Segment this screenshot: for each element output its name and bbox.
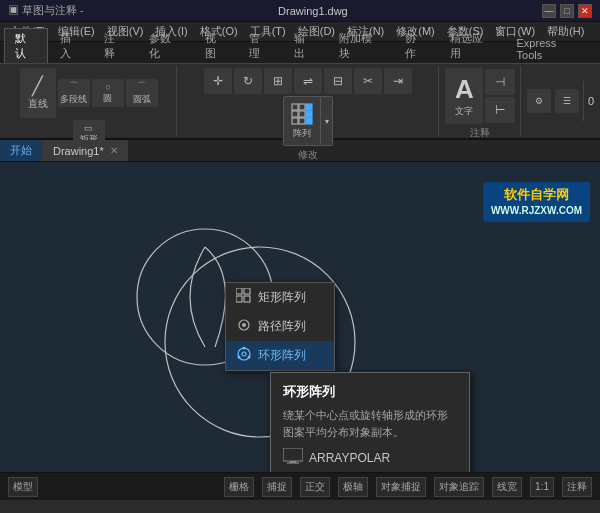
dropdown-item-rect-label: 矩形阵列 bbox=[258, 289, 306, 306]
tab-default[interactable]: 默认 bbox=[4, 28, 48, 63]
rect-icon: ▭ bbox=[84, 123, 93, 133]
start-button[interactable]: 开始 bbox=[0, 140, 43, 161]
btn-trim[interactable]: ✂ bbox=[354, 68, 382, 94]
tab-featured[interactable]: 精选应用 bbox=[439, 28, 504, 63]
svg-point-19 bbox=[242, 352, 246, 356]
dropdown-path-array[interactable]: 路径阵列 bbox=[226, 312, 334, 341]
extend-icon: ⇥ bbox=[393, 74, 403, 88]
mirror-icon: ⇌ bbox=[303, 74, 313, 88]
status-grid[interactable]: 栅格 bbox=[224, 477, 254, 497]
trim-icon: ✂ bbox=[363, 74, 373, 88]
btn-move[interactable]: ✛ bbox=[204, 68, 232, 94]
annotation-icon: ⊢ bbox=[495, 103, 505, 117]
offset-icon: ⊟ bbox=[333, 74, 343, 88]
canvas-area[interactable]: [-][俯视]二维线框 软件自学网 WWW.RJZXW.COM bbox=[0, 162, 600, 472]
dropdown-rectangular-array[interactable]: 矩形阵列 bbox=[226, 283, 334, 312]
btn-text[interactable]: A 文字 bbox=[445, 68, 483, 124]
status-model[interactable]: 模型 bbox=[8, 477, 38, 497]
tab-output[interactable]: 输出 bbox=[283, 28, 327, 63]
svg-rect-8 bbox=[306, 118, 312, 124]
svg-rect-0 bbox=[292, 104, 298, 110]
ribbon-group-modify-content: ✛ ↻ ⊞ ⇌ ⊟ ✂ ⇥ bbox=[183, 68, 434, 146]
ribbon-right-area: ⚙ ☰ 0 bbox=[523, 66, 598, 136]
array-button[interactable]: 阵列 bbox=[283, 96, 321, 146]
btn-arc[interactable]: ⌒ 圆弧 bbox=[126, 79, 158, 107]
ribbon-group-annotate-content: A 文字 ⊣ ⊢ bbox=[445, 68, 515, 124]
title-bar: ▣ 草图与注释 - Drawing1.dwg — □ ✕ bbox=[0, 0, 600, 22]
dimension-icon: ⊣ bbox=[495, 75, 505, 89]
rect-array-icon-svg bbox=[236, 288, 252, 304]
btn-arc-label: 圆弧 bbox=[133, 93, 151, 106]
btn-circle-label: 圆 bbox=[103, 92, 112, 105]
btn-line[interactable]: ╱ 直线 bbox=[20, 68, 56, 118]
ribbon-group-modify: ✛ ↻ ⊞ ⇌ ⊟ ✂ ⇥ bbox=[179, 66, 439, 136]
btn-scale[interactable]: ⊞ bbox=[264, 68, 292, 94]
ribbon-group-draw: ╱ 直线 ⌒ 多段线 ○ 圆 ⌒ 圆弧 ▭ 矩形 绘图 bbox=[2, 66, 177, 136]
watermark-line1: 软件自学网 bbox=[491, 186, 582, 204]
doc-tab-close[interactable]: ✕ bbox=[110, 145, 118, 156]
tab-manage[interactable]: 管理 bbox=[238, 28, 282, 63]
dropdown-polar-array[interactable]: 环形阵列 bbox=[226, 341, 334, 370]
status-snap[interactable]: 捕捉 bbox=[262, 477, 292, 497]
btn-line-label: 直线 bbox=[28, 97, 48, 111]
status-scale[interactable]: 1:1 bbox=[530, 477, 554, 497]
svg-point-21 bbox=[248, 356, 251, 359]
status-annotate[interactable]: 注释 bbox=[562, 477, 592, 497]
dropdown-item-path-label: 路径阵列 bbox=[258, 318, 306, 335]
ribbon-group-draw-content: ╱ 直线 ⌒ 多段线 ○ 圆 ⌒ 圆弧 ▭ 矩形 bbox=[6, 68, 172, 148]
rotate-icon: ↻ bbox=[243, 74, 253, 88]
array-dropdown-menu: 矩形阵列 路径阵列 环形阵列 bbox=[225, 282, 335, 371]
tooltip-command-icon bbox=[283, 448, 303, 468]
btn-polyline[interactable]: ⌒ 多段线 bbox=[58, 79, 90, 107]
btn-circle[interactable]: ○ 圆 bbox=[92, 79, 124, 107]
tab-params[interactable]: 参数化 bbox=[138, 28, 193, 63]
svg-rect-5 bbox=[306, 111, 312, 117]
btn-rotate[interactable]: ↻ bbox=[234, 68, 262, 94]
tab-addons[interactable]: 附加模块 bbox=[328, 28, 393, 63]
btn-extend[interactable]: ⇥ bbox=[384, 68, 412, 94]
close-button[interactable]: ✕ bbox=[578, 4, 592, 18]
svg-rect-3 bbox=[292, 111, 298, 117]
circle-icon: ○ bbox=[105, 82, 110, 92]
title-bar-controls: — □ ✕ bbox=[542, 4, 592, 18]
path-array-icon-svg bbox=[236, 317, 252, 333]
btn-annotation[interactable]: ⊢ bbox=[485, 97, 515, 123]
tooltip-command-text: ARRAYPOLAR bbox=[309, 451, 390, 465]
arc-icon: ⌒ bbox=[137, 80, 146, 93]
tab-insert[interactable]: 插入 bbox=[49, 28, 93, 63]
maximize-button[interactable]: □ bbox=[560, 4, 574, 18]
title-bar-app: ▣ 草图与注释 - bbox=[8, 3, 84, 18]
array-dropdown-arrow[interactable]: ▾ bbox=[321, 96, 333, 146]
status-polar[interactable]: 极轴 bbox=[338, 477, 368, 497]
btn-polyline-label: 多段线 bbox=[60, 93, 87, 106]
status-osnap[interactable]: 对象捕捉 bbox=[376, 477, 426, 497]
status-ortho[interactable]: 正交 bbox=[300, 477, 330, 497]
status-otrack[interactable]: 对象追踪 bbox=[434, 477, 484, 497]
btn-offset[interactable]: ⊟ bbox=[324, 68, 352, 94]
svg-point-20 bbox=[243, 347, 246, 350]
svg-point-17 bbox=[242, 323, 246, 327]
svg-rect-1 bbox=[299, 104, 305, 110]
btn-layers[interactable]: ☰ bbox=[555, 89, 579, 113]
minimize-button[interactable]: — bbox=[542, 4, 556, 18]
tab-collab[interactable]: 协作 bbox=[394, 28, 438, 63]
svg-point-22 bbox=[238, 356, 241, 359]
watermark: 软件自学网 WWW.RJZXW.COM bbox=[483, 182, 590, 222]
rectangular-array-icon bbox=[236, 288, 252, 307]
tab-view[interactable]: 视图 bbox=[194, 28, 238, 63]
tooltip-box: 环形阵列 绕某个中心点或旋转轴形成的环形图案平均分布对象副本。 ARRAYPOL… bbox=[270, 372, 470, 472]
separator bbox=[583, 81, 584, 121]
status-lineweight[interactable]: 线宽 bbox=[492, 477, 522, 497]
btn-dimension[interactable]: ⊣ bbox=[485, 69, 515, 95]
doc-tab-drawing1[interactable]: Drawing1* ✕ bbox=[43, 140, 129, 161]
path-array-icon bbox=[236, 317, 252, 336]
array-btn-group: 阵列 ▾ bbox=[283, 96, 333, 146]
right-buttons: 0 bbox=[588, 95, 594, 107]
watermark-line2: WWW.RJZXW.COM bbox=[491, 204, 582, 218]
tab-express-tools[interactable]: Express Tools bbox=[506, 34, 595, 63]
btn-properties[interactable]: ⚙ bbox=[527, 89, 551, 113]
btn-mirror[interactable]: ⇌ bbox=[294, 68, 322, 94]
tab-annotate[interactable]: 注释 bbox=[93, 28, 137, 63]
ribbon-tabs: 默认 插入 注释 参数化 视图 管理 输出 附加模块 协作 精选应用 Expre… bbox=[0, 42, 600, 64]
svg-rect-12 bbox=[236, 288, 242, 294]
